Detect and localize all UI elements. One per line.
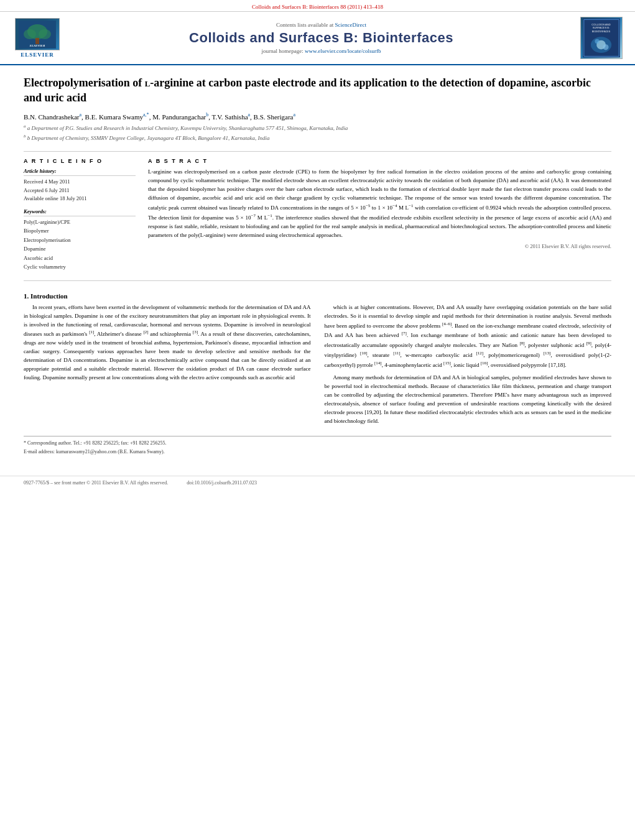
intro-body: In recent years, efforts have been exert…	[24, 303, 611, 430]
sciencedirect-link[interactable]: ScienceDirect	[335, 22, 366, 28]
divider-1	[24, 151, 611, 152]
journal-center-block: Contents lists available at ScienceDirec…	[68, 22, 574, 54]
intro-col1: In recent years, efforts have been exert…	[24, 303, 311, 430]
affiliation-b: b b Department of Chemistry, SSMRV Degre…	[24, 133, 611, 143]
citation-text: Colloids and Surfaces B: Biointerfaces 8…	[252, 4, 383, 10]
elsevier-logo: ELSEVIER ELSEVIER	[12, 18, 62, 58]
svg-text:COLLOIDS AND: COLLOIDS AND	[591, 23, 611, 26]
affiliations: a a Department of P.G. Studies and Resea…	[24, 123, 611, 142]
intro-heading: 1. Introduction	[24, 292, 611, 300]
divider-2	[24, 280, 611, 281]
svg-point-14	[603, 44, 608, 50]
elsevier-text: ELSEVIER	[21, 52, 54, 58]
article-main: Electropolymerisation of l-arginine at c…	[0, 65, 635, 469]
journal-citation: Colloids and Surfaces B: Biointerfaces 8…	[0, 0, 635, 12]
svg-rect-2	[35, 38, 39, 44]
copyright: © 2011 Elsevier B.V. All rights reserved…	[148, 243, 611, 249]
svg-text:SURFACES B:: SURFACES B:	[593, 26, 610, 29]
svg-text:BIOINTERFACES: BIOINTERFACES	[592, 30, 611, 33]
article-title: Electropolymerisation of l-arginine at c…	[24, 75, 611, 106]
accepted-date: Accepted 6 July 2011	[24, 187, 136, 195]
footnote-email: E-mail address: kumaraswamy21@yahoo.com …	[24, 448, 611, 456]
elsevier-logo-image: ELSEVIER	[15, 18, 60, 50]
received-date: Received 4 May 2011	[24, 178, 136, 187]
article-info-heading: A R T I C L E I N F O	[24, 158, 136, 164]
homepage-line: journal homepage: www.elsevier.com/locat…	[68, 48, 574, 54]
info-abstract-section: A R T I C L E I N F O Article history: R…	[24, 158, 611, 271]
abstract-text: L-arginine was electropolymerised on a c…	[148, 168, 611, 240]
available-date: Available online 18 July 2011	[24, 195, 136, 203]
authors-line: B.N. Chandrashekara, B.E. Kumara Swamya,…	[24, 112, 611, 121]
issn-text: 0927-7765/$ – see front matter © 2011 El…	[24, 480, 168, 486]
introduction-section: 1. Introduction In recent years, efforts…	[24, 292, 611, 430]
svg-point-13	[595, 39, 599, 44]
svg-text:ELSEVIER: ELSEVIER	[29, 44, 45, 47]
keywords-heading: Keywords:	[24, 208, 136, 216]
homepage-link[interactable]: www.elsevier.com/locate/colsurfb	[305, 48, 381, 54]
svg-point-3	[24, 29, 36, 39]
bottom-bar: 0927-7765/$ – see front matter © 2011 El…	[0, 476, 635, 489]
abstract-section: A B S T R A C T L-arginine was electropo…	[148, 158, 611, 271]
article-info: A R T I C L E I N F O Article history: R…	[24, 158, 136, 271]
footnote-star: * Corresponding author. Tel.: +91 8282 2…	[24, 440, 611, 447]
abstract-heading: A B S T R A C T	[148, 158, 611, 164]
journal-header: ELSEVIER ELSEVIER Contents lists availab…	[0, 12, 635, 65]
journal-cover: COLLOIDS AND SURFACES B: BIOINTERFACES	[580, 17, 623, 59]
journal-title: Colloids and Surfaces B: Biointerfaces	[68, 30, 574, 46]
doi-text: doi:10.1016/j.colsurfb.2011.07.023	[187, 480, 257, 486]
intro-col2: which is at higher concentrations. Howev…	[325, 303, 612, 430]
contents-line: Contents lists available at ScienceDirec…	[68, 22, 574, 28]
footnotes: * Corresponding author. Tel.: +91 8282 2…	[24, 436, 611, 456]
keywords-list: Poly(L-arginine)/CPEBiopolymerElectropol…	[24, 218, 136, 272]
affiliation-a: a a Department of P.G. Studies and Resea…	[24, 123, 611, 133]
svg-point-4	[39, 29, 51, 39]
history-heading: Article history:	[24, 168, 136, 176]
